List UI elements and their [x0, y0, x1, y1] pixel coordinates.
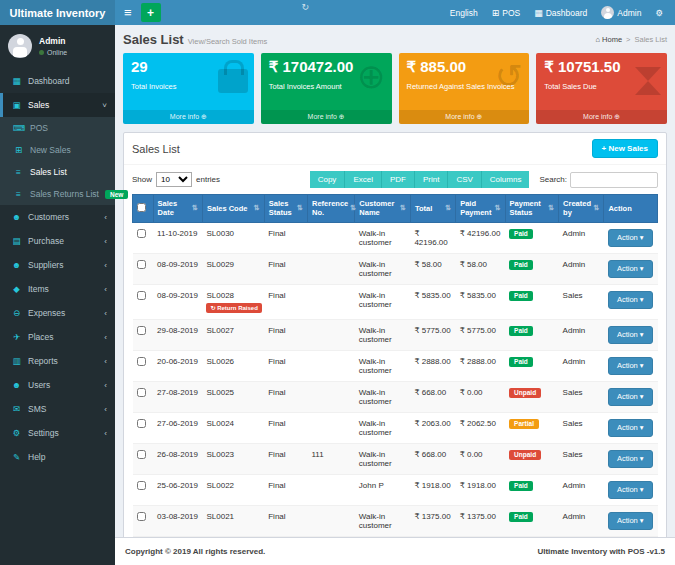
reference-no-cell: [307, 350, 354, 381]
total-cell: ₹ 2888.00: [410, 350, 455, 381]
search-input[interactable]: [570, 172, 658, 188]
copy-button[interactable]: Copy: [310, 171, 346, 188]
sidebar-user-status: Online: [39, 49, 67, 56]
sidebar-item-dashboard[interactable]: ▦ Dashboard: [0, 69, 115, 93]
payment-status-cell: Paid: [505, 505, 559, 536]
sidebar-item-customers[interactable]: ☻ Customers ‹: [0, 205, 115, 229]
nav-dashboard-link[interactable]: ▦ Dashboard: [534, 8, 587, 18]
row-checkbox[interactable]: [137, 260, 146, 269]
breadcrumb-home-link[interactable]: ⌂ Home: [596, 35, 623, 44]
sidebar-item-places[interactable]: ✈ Places ‹: [0, 325, 115, 349]
header-sales-status[interactable]: Sales Status⇅: [264, 195, 307, 223]
header-paid-payment[interactable]: Paid Payment⇅: [456, 195, 505, 223]
row-checkbox[interactable]: [137, 481, 146, 490]
page-length-select[interactable]: 10: [156, 172, 192, 187]
user-menu[interactable]: Admin: [601, 6, 641, 19]
caret-down-icon: ▾: [640, 295, 644, 304]
payment-status-cell: Paid: [505, 284, 559, 319]
language-menu[interactable]: English: [450, 8, 478, 18]
header-sales-code[interactable]: Sales Code⇅: [202, 195, 264, 223]
header-sales-date[interactable]: Sales Date⇅: [153, 195, 202, 223]
row-checkbox[interactable]: [137, 326, 146, 335]
sales-submenu: ⌨ POS ⊞ New Sales ≡ Sales List ≡ Sales R…: [0, 117, 115, 205]
row-checkbox[interactable]: [137, 419, 146, 428]
paid-payment-cell: ₹ 0.00: [456, 381, 505, 412]
row-checkbox[interactable]: [137, 229, 146, 238]
sales-status-cell: Final: [264, 443, 307, 474]
nav-pos-link[interactable]: ⊞ POS: [492, 8, 521, 18]
created-by-cell: Sales: [559, 381, 604, 412]
more-info-link[interactable]: More info ⊕: [536, 110, 667, 124]
sidebar-item-purchase[interactable]: ▤ Purchase ‹: [0, 229, 115, 253]
payment-status-badge: Paid: [509, 229, 533, 239]
chevron-left-icon: ‹: [104, 429, 107, 438]
sidebar-item-users[interactable]: ☻ Users ‹: [0, 373, 115, 397]
header-payment-status[interactable]: Payment Status⇅: [505, 195, 559, 223]
action-button[interactable]: Action ▾: [608, 481, 653, 499]
action-button[interactable]: Action ▾: [608, 291, 653, 309]
action-button[interactable]: Action ▾: [608, 388, 653, 406]
more-info-link[interactable]: More info ⊕: [399, 110, 530, 124]
sidebar-item-new-sales[interactable]: ⊞ New Sales: [0, 139, 115, 161]
dashboard-icon: ▦: [534, 8, 543, 18]
settings-cogs-icon[interactable]: ⚙: [655, 8, 663, 18]
action-button[interactable]: Action ▾: [608, 229, 653, 247]
sales-status-cell: Final: [264, 284, 307, 319]
table-row: 25-06-2019 SL0022 ↻ Return Raised Final …: [133, 474, 658, 505]
sort-icon: ⇅: [297, 204, 303, 213]
sales-table: Sales Date⇅ Sales Code⇅ Sales Status⇅ Re…: [132, 194, 658, 537]
action-button[interactable]: Action ▾: [608, 357, 653, 375]
list-icon: ≡: [13, 167, 24, 177]
sidebar-item-items[interactable]: ◆ Items ‹: [0, 277, 115, 301]
sidebar-item-settings[interactable]: ⚙ Settings ‹: [0, 421, 115, 445]
pdf-button[interactable]: PDF: [382, 171, 415, 188]
row-checkbox[interactable]: [137, 512, 146, 521]
csv-button[interactable]: CSV: [448, 171, 481, 188]
excel-button[interactable]: Excel: [345, 171, 382, 188]
header-customer-name[interactable]: Customer Name⇅: [355, 195, 411, 223]
print-button[interactable]: Print: [415, 171, 448, 188]
sales-date-cell: 08-09-2019: [153, 284, 202, 319]
row-checkbox[interactable]: [137, 450, 146, 459]
sales-code-cell: SL0022 ↻ Return Raised: [202, 474, 264, 505]
more-info-link[interactable]: More info ⊕: [261, 110, 392, 124]
sidebar-item-sales-returns-list[interactable]: ≡ Sales Returns List New: [0, 183, 115, 205]
action-button[interactable]: Action ▾: [608, 450, 653, 468]
sales-status-cell: Final: [264, 474, 307, 505]
sidebar-item-reports[interactable]: ▥ Reports ‹: [0, 349, 115, 373]
sidebar-item-suppliers[interactable]: ☻ Suppliers ‹: [0, 253, 115, 277]
action-button[interactable]: Action ▾: [608, 260, 653, 278]
action-button[interactable]: Action ▾: [608, 326, 653, 344]
sidebar-user-name: Admin: [39, 36, 67, 46]
new-sales-button[interactable]: + New Sales: [592, 139, 658, 158]
header-created-by[interactable]: Created by⇅: [559, 195, 604, 223]
chevron-left-icon: ‹: [104, 381, 107, 390]
sidebar-item-sales-list[interactable]: ≡ Sales List: [0, 161, 115, 183]
columns-button[interactable]: Columns: [482, 171, 530, 188]
row-checkbox[interactable]: [137, 357, 146, 366]
action-button[interactable]: Action ▾: [608, 512, 653, 530]
caret-down-icon: ▾: [640, 454, 644, 463]
quick-add-button[interactable]: +: [141, 3, 161, 22]
sort-icon: ⇅: [192, 204, 198, 213]
sidebar-item-sms[interactable]: ✉ SMS ‹: [0, 397, 115, 421]
sidebar-item-pos[interactable]: ⌨ POS: [0, 117, 115, 139]
more-info-link[interactable]: More info ⊕: [123, 110, 254, 124]
action-cell: Action ▾: [604, 381, 658, 412]
app-brand[interactable]: Ultimate Inventory: [0, 0, 115, 25]
row-checkbox[interactable]: [137, 388, 146, 397]
sort-icon: ⇅: [548, 204, 554, 213]
sidebar-item-help[interactable]: ✎ Help: [0, 445, 115, 469]
action-button[interactable]: Action ▾: [608, 419, 653, 437]
hamburger-menu-icon[interactable]: ≡: [115, 0, 141, 25]
header-reference-no[interactable]: Reference No.⇅: [307, 195, 354, 223]
return-raised-badge: ↻ Return Raised: [206, 303, 261, 313]
table-row: 27-08-2019 SL0025 ↻ Return Raised Final …: [133, 381, 658, 412]
header-total[interactable]: Total⇅: [410, 195, 455, 223]
payment-status-cell: Paid: [505, 253, 559, 284]
select-all-checkbox[interactable]: [137, 203, 146, 212]
sales-status-cell: Final: [264, 381, 307, 412]
row-checkbox[interactable]: [137, 291, 146, 300]
sidebar-item-expenses[interactable]: ⊖ Expenses ‹: [0, 301, 115, 325]
sidebar-item-sales[interactable]: ▣ Sales ˅: [0, 93, 115, 117]
